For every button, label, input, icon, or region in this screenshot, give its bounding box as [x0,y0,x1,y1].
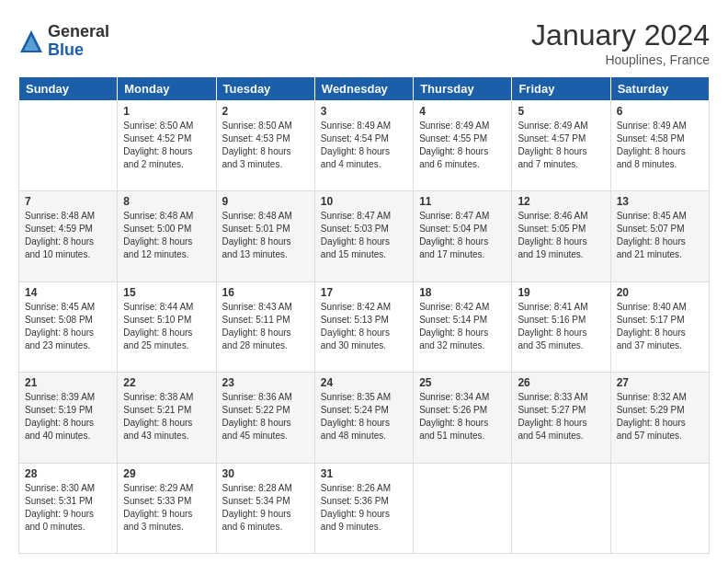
day-info: Sunrise: 8:26 AMSunset: 5:36 PMDaylight:… [321,482,407,534]
day-cell: 28Sunrise: 8:30 AMSunset: 5:31 PMDayligh… [19,463,118,553]
day-number: 4 [419,105,506,118]
day-number: 13 [617,195,703,208]
sunrise-text: Sunrise: 8:46 AM [518,210,604,223]
day-info: Sunrise: 8:46 AMSunset: 5:05 PMDaylight:… [518,210,604,261]
daylight-text: Daylight: 8 hours and 12 minutes. [123,236,210,261]
sunset-text: Sunset: 4:55 PM [419,132,506,145]
col-wednesday: Wednesday [314,77,413,101]
sunrise-text: Sunrise: 8:36 AM [222,391,309,404]
day-number: 11 [419,195,506,208]
daylight-text: Daylight: 9 hours and 3 minutes. [123,508,210,534]
day-cell: 11Sunrise: 8:47 AMSunset: 5:04 PMDayligh… [414,191,512,282]
sunset-text: Sunset: 5:01 PM [222,223,309,236]
day-cell [512,463,610,553]
page: General Blue January 2024 Houplines, Fra… [0,0,728,563]
calendar-header-row: Sunday Monday Tuesday Wednesday Thursday… [19,77,710,101]
day-info: Sunrise: 8:34 AMSunset: 5:26 PMDaylight:… [419,391,506,442]
day-info: Sunrise: 8:38 AMSunset: 5:21 PMDaylight:… [123,391,210,442]
day-cell: 1Sunrise: 8:50 AMSunset: 4:52 PMDaylight… [118,101,216,191]
daylight-text: Daylight: 8 hours and 7 minutes. [518,145,604,171]
day-number: 27 [617,376,703,389]
day-number: 5 [518,105,604,118]
day-number: 1 [123,105,210,118]
day-cell: 26Sunrise: 8:33 AMSunset: 5:27 PMDayligh… [512,373,610,463]
sunrise-text: Sunrise: 8:39 AM [25,391,111,404]
day-info: Sunrise: 8:45 AMSunset: 5:08 PMDaylight:… [25,301,111,352]
day-info: Sunrise: 8:42 AMSunset: 5:14 PMDaylight:… [419,301,506,352]
daylight-text: Daylight: 8 hours and 4 minutes. [321,145,407,171]
sunset-text: Sunset: 5:16 PM [518,314,604,327]
week-row-3: 14Sunrise: 8:45 AMSunset: 5:08 PMDayligh… [19,282,710,372]
daylight-text: Daylight: 8 hours and 32 minutes. [419,327,506,352]
sunset-text: Sunset: 5:05 PM [518,223,604,236]
day-cell: 21Sunrise: 8:39 AMSunset: 5:19 PMDayligh… [19,373,118,463]
sunset-text: Sunset: 5:17 PM [617,314,703,327]
day-cell [19,101,118,191]
sunrise-text: Sunrise: 8:48 AM [25,210,111,223]
day-info: Sunrise: 8:49 AMSunset: 4:57 PMDaylight:… [518,120,604,171]
day-info: Sunrise: 8:50 AMSunset: 4:52 PMDaylight:… [123,120,210,171]
sunset-text: Sunset: 5:08 PM [25,314,111,327]
sunset-text: Sunset: 4:59 PM [25,223,111,236]
sunset-text: Sunset: 4:52 PM [123,132,210,145]
day-cell: 19Sunrise: 8:41 AMSunset: 5:16 PMDayligh… [512,282,610,372]
day-cell: 12Sunrise: 8:46 AMSunset: 5:05 PMDayligh… [512,191,610,282]
sunrise-text: Sunrise: 8:45 AM [25,301,111,314]
day-cell [610,463,709,553]
sunrise-text: Sunrise: 8:35 AM [321,391,407,404]
day-info: Sunrise: 8:49 AMSunset: 4:58 PMDaylight:… [617,120,703,171]
day-cell: 23Sunrise: 8:36 AMSunset: 5:22 PMDayligh… [216,373,314,463]
week-row-4: 21Sunrise: 8:39 AMSunset: 5:19 PMDayligh… [19,373,710,463]
day-number: 18 [419,286,506,299]
day-info: Sunrise: 8:42 AMSunset: 5:13 PMDaylight:… [321,301,407,352]
day-number: 31 [321,467,407,480]
sunset-text: Sunset: 5:31 PM [25,495,111,508]
col-tuesday: Tuesday [216,77,314,101]
daylight-text: Daylight: 8 hours and 15 minutes. [321,236,407,261]
sunset-text: Sunset: 5:00 PM [123,223,210,236]
sunrise-text: Sunrise: 8:28 AM [222,482,309,495]
day-cell: 24Sunrise: 8:35 AMSunset: 5:24 PMDayligh… [314,373,413,463]
day-cell: 2Sunrise: 8:50 AMSunset: 4:53 PMDaylight… [216,101,314,191]
sunrise-text: Sunrise: 8:50 AM [222,120,309,132]
col-saturday: Saturday [610,77,709,101]
daylight-text: Daylight: 9 hours and 6 minutes. [222,508,309,534]
daylight-text: Daylight: 8 hours and 3 minutes. [222,145,309,171]
day-number: 10 [321,195,407,208]
day-number: 7 [25,195,111,208]
day-info: Sunrise: 8:30 AMSunset: 5:31 PMDaylight:… [25,482,111,534]
logo-blue: Blue [48,41,109,60]
daylight-text: Daylight: 8 hours and 28 minutes. [222,327,309,352]
daylight-text: Daylight: 8 hours and 21 minutes. [617,236,703,261]
day-info: Sunrise: 8:48 AMSunset: 4:59 PMDaylight:… [25,210,111,261]
daylight-text: Daylight: 8 hours and 54 minutes. [518,417,604,442]
daylight-text: Daylight: 8 hours and 10 minutes. [25,236,111,261]
daylight-text: Daylight: 8 hours and 35 minutes. [518,327,604,352]
daylight-text: Daylight: 8 hours and 30 minutes. [321,327,407,352]
sunset-text: Sunset: 5:26 PM [419,404,506,417]
sunset-text: Sunset: 5:24 PM [321,404,407,417]
day-cell [414,463,512,553]
day-info: Sunrise: 8:48 AMSunset: 5:01 PMDaylight:… [222,210,309,261]
day-number: 25 [419,376,506,389]
logo-text: General Blue [48,23,109,60]
daylight-text: Daylight: 8 hours and 25 minutes. [123,327,210,352]
day-info: Sunrise: 8:49 AMSunset: 4:54 PMDaylight:… [321,120,407,171]
day-number: 3 [321,105,407,118]
sunrise-text: Sunrise: 8:50 AM [123,120,210,132]
sunset-text: Sunset: 5:29 PM [617,404,703,417]
day-cell: 14Sunrise: 8:45 AMSunset: 5:08 PMDayligh… [19,282,118,372]
sunrise-text: Sunrise: 8:48 AM [123,210,210,223]
day-info: Sunrise: 8:45 AMSunset: 5:07 PMDaylight:… [617,210,703,261]
daylight-text: Daylight: 8 hours and 40 minutes. [25,417,111,442]
day-number: 21 [25,376,111,389]
sunset-text: Sunset: 5:04 PM [419,223,506,236]
day-cell: 16Sunrise: 8:43 AMSunset: 5:11 PMDayligh… [216,282,314,372]
day-cell: 25Sunrise: 8:34 AMSunset: 5:26 PMDayligh… [414,373,512,463]
sunrise-text: Sunrise: 8:47 AM [419,210,506,223]
day-cell: 20Sunrise: 8:40 AMSunset: 5:17 PMDayligh… [610,282,709,372]
sunset-text: Sunset: 5:19 PM [25,404,111,417]
daylight-text: Daylight: 8 hours and 57 minutes. [617,417,703,442]
day-cell: 5Sunrise: 8:49 AMSunset: 4:57 PMDaylight… [512,101,610,191]
day-cell: 7Sunrise: 8:48 AMSunset: 4:59 PMDaylight… [19,191,118,282]
